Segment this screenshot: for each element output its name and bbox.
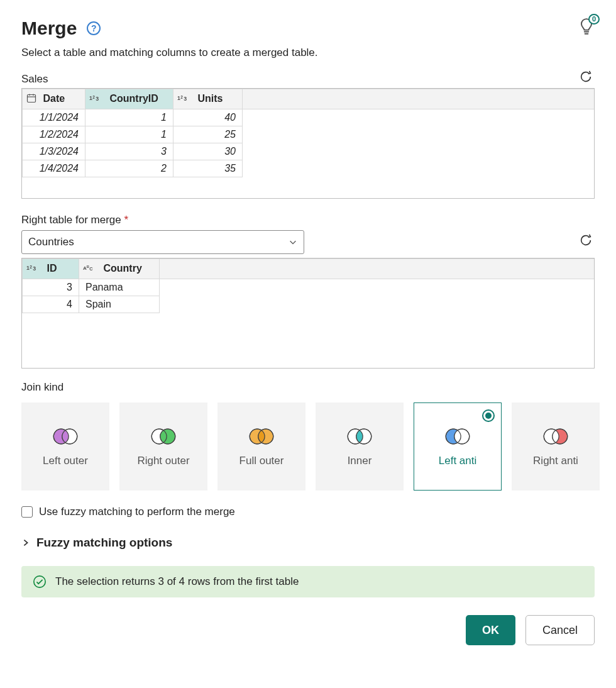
page-title: Merge ? [21,18,318,39]
result-banner: The selection returns 3 of 4 rows from t… [21,566,595,597]
ok-button[interactable]: OK [466,615,515,645]
number-type-icon: 123 [26,264,40,275]
venn-icon [343,426,376,447]
result-message: The selection returns 3 of 4 rows from t… [55,575,299,588]
join-label: Right outer [133,455,193,467]
svg-text:3: 3 [96,96,99,102]
venn-icon [539,426,572,447]
table-row[interactable]: 1/3/2024330 [23,143,595,160]
table-row[interactable]: 3Panama [23,279,595,296]
refresh-icon [579,233,593,247]
table-row[interactable]: 1/4/2024235 [23,160,595,177]
hints-badge: 0 [588,14,600,25]
cell-country: Spain [79,296,160,313]
refresh-left-table-button[interactable] [577,68,595,86]
svg-text:C: C [89,266,93,272]
right-table-label-text: Right table for merge [21,214,121,226]
svg-rect-0 [28,94,36,102]
refresh-icon [579,70,593,84]
venn-icon [245,426,278,447]
venn-icon [147,426,180,447]
svg-point-49 [34,576,45,587]
dialog-header-left: Merge ? Select a table and matching colu… [21,18,318,59]
table-header-row: Date 123 CountryID 123 Units [23,89,595,109]
number-type-icon: 123 [89,94,103,105]
chevron-down-icon [289,238,297,247]
fuzzy-checkbox-label: Use fuzzy matching to perform the merge [39,506,235,518]
right-table-selected: Countries [28,236,74,248]
column-header-units[interactable]: 123 Units [173,89,243,109]
column-label: Country [103,263,141,274]
dialog-actions: OK Cancel [21,615,595,645]
svg-text:A: A [83,265,87,271]
required-indicator: * [124,214,128,226]
column-label: Date [43,93,65,104]
cell-countryid: 1 [85,126,173,143]
cell-date: 1/2/2024 [23,126,85,143]
help-icon[interactable]: ? [87,21,101,35]
number-type-icon: 123 [177,94,191,105]
svg-text:3: 3 [184,96,187,102]
join-inner[interactable]: Inner [316,402,404,491]
cell-units: 40 [173,109,243,126]
venn-icon [49,426,82,447]
cell-units: 25 [173,126,243,143]
venn-icon [441,426,474,447]
join-label: Full outer [236,455,288,467]
column-header-id[interactable]: 123 ID [23,259,79,279]
cell-date: 1/4/2024 [23,160,85,177]
join-right-anti[interactable]: Right anti [512,402,600,491]
fuzzy-checkbox-row[interactable]: Use fuzzy matching to perform the merge [21,506,595,518]
date-type-icon [26,93,36,106]
join-left-outer[interactable]: Left outer [21,402,109,491]
sales-body: 1/1/20241401/2/20241251/3/20243301/4/202… [23,109,595,177]
subtitle: Select a table and matching columns to c… [21,47,318,59]
svg-text:2: 2 [30,265,32,269]
cell-units: 30 [173,143,243,160]
cell-countryid: 1 [85,109,173,126]
join-label: Right anti [529,455,582,467]
cell-countryid: 3 [85,143,173,160]
column-header-countryid[interactable]: 123 CountryID [85,89,173,109]
table-row[interactable]: 1/1/2024140 [23,109,595,126]
column-header-date[interactable]: Date [23,89,85,109]
countries-table: 123 ID ABC Country 3Panama4Spain [22,258,594,313]
text-type-icon: ABC [83,264,97,275]
cell-date: 1/3/2024 [23,143,85,160]
cell-units: 35 [173,160,243,177]
table-row[interactable]: 4Spain [23,296,595,313]
svg-text:3: 3 [33,265,36,272]
column-label: CountryID [109,93,158,104]
column-label: Units [197,93,223,104]
hints-button[interactable]: 0 [578,18,595,39]
join-full-outer[interactable]: Full outer [217,402,305,491]
svg-text:2: 2 [180,95,183,99]
join-label: Left outer [39,455,92,467]
join-right-outer[interactable]: Right outer [119,402,207,491]
radio-indicator-icon [482,409,495,422]
table-row[interactable]: 1/2/2024125 [23,126,595,143]
dialog-header: Merge ? Select a table and matching colu… [21,18,595,59]
cell-date: 1/1/2024 [23,109,85,126]
cell-id: 3 [23,279,79,296]
fuzzy-options-label: Fuzzy matching options [36,536,172,550]
check-circle-icon [33,575,47,589]
countries-body: 3Panama4Spain [23,279,595,313]
column-header-country[interactable]: ABC Country [79,259,160,279]
title-text: Merge [21,18,77,39]
svg-text:1: 1 [89,95,92,101]
right-table-preview: 123 ID ABC Country 3Panama4Spain [21,258,595,369]
fuzzy-options-expander[interactable]: Fuzzy matching options [21,536,595,550]
chevron-right-icon [21,538,30,547]
svg-text:1: 1 [177,95,180,101]
cell-countryid: 2 [85,160,173,177]
cancel-button[interactable]: Cancel [525,615,595,645]
refresh-right-table-button[interactable] [577,231,595,249]
join-left-anti[interactable]: Left anti [414,402,502,491]
join-label: Left anti [435,455,481,467]
table-header-row: 123 ID ABC Country [23,259,595,279]
column-header-filler [160,259,595,279]
right-table-field-label: Right table for merge * [21,214,595,226]
svg-text:B: B [87,265,89,269]
right-table-select[interactable]: Countries [21,230,304,254]
